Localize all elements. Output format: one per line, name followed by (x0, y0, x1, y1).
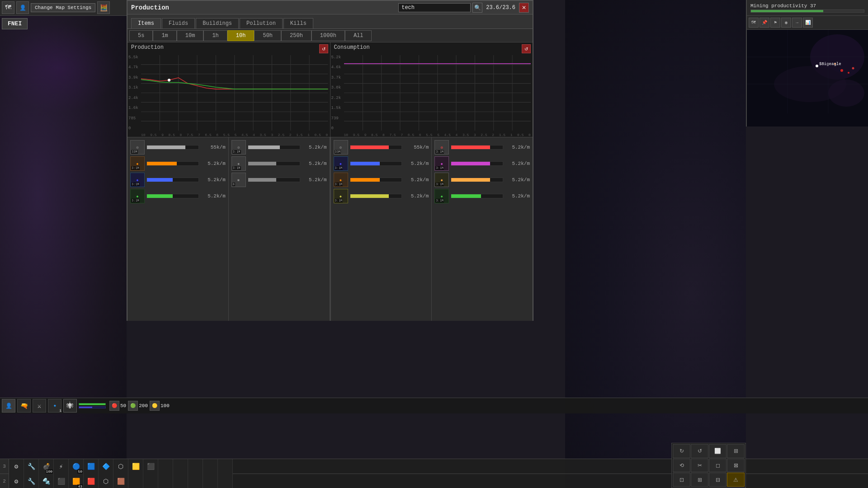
hotbar-slot[interactable]: ⬡ (99, 474, 113, 488)
hotbar-slot[interactable]: 💣100 (39, 459, 54, 474)
hotbar-slot[interactable]: 🟨 (128, 459, 143, 474)
hotbar-slot[interactable] (173, 474, 188, 488)
time-1m[interactable]: 1m (153, 30, 176, 41)
hotbar-slot[interactable]: ⚙ (9, 459, 24, 474)
svg-point-38 (848, 72, 849, 74)
minimap-icon-flag[interactable]: ⚑ (770, 18, 780, 28)
production-item-4[interactable]: ◆ 3:1M 5.2k/m (130, 189, 226, 203)
tab-pollution[interactable]: Pollution (240, 18, 283, 28)
change-map-settings-button[interactable]: Change Map Settings (31, 3, 95, 12)
time-10m[interactable]: 10m (177, 30, 204, 41)
search-input[interactable] (398, 3, 471, 12)
tool-undo[interactable]: ⟲ (673, 459, 690, 473)
consumption-item2-4[interactable]: ◆ 3:1M 5.2k/m (434, 189, 530, 203)
minimap-icon-arrow[interactable]: → (792, 18, 802, 28)
hotbar-slot[interactable]: 🟦 (84, 459, 99, 474)
time-10h[interactable]: 10h (227, 30, 255, 41)
production-item-2[interactable]: ◆ 3:1M 5.2k/m (130, 156, 226, 171)
time-all[interactable]: All (345, 30, 372, 41)
tool-rotate-ccw[interactable]: ↺ (691, 444, 708, 458)
hotbar-slot[interactable]: 🔩 (39, 474, 54, 488)
minimap-icon-circle[interactable]: ◉ (781, 18, 791, 28)
hotbar-slot[interactable]: ⬛ (143, 459, 158, 474)
hotbar-slot[interactable]: 🟫 (113, 474, 128, 488)
svg-text:$Bigeagle: $Bigeagle (819, 62, 841, 66)
coord-display: 23.6/23.6 (486, 5, 515, 11)
y-label: 4.6k (331, 65, 341, 70)
hotbar-slot[interactable]: ⚡ (54, 459, 69, 474)
time-250h[interactable]: 250h (281, 30, 311, 41)
consumption-item2-2[interactable]: ◆ 3:1M 5.2k/m (434, 156, 530, 171)
spider-vehicle[interactable]: 🕷 (63, 399, 77, 413)
y-label: 1.6k (128, 106, 138, 110)
tab-buildings[interactable]: Buildings (196, 18, 239, 28)
consumption-item-3[interactable]: ◆ 3:1M 5.2k/m (334, 173, 429, 187)
tool-grid[interactable]: ⊠ (727, 459, 745, 473)
search-button[interactable]: 🔍 (472, 3, 482, 13)
y-label: 3.1k (128, 85, 138, 90)
consumption-item2-3[interactable]: ◆ 3:1M 5.2k/m (434, 173, 530, 187)
hotbar-slot[interactable]: 🟥 (84, 474, 99, 488)
production-chart-reset[interactable]: ↺ (319, 44, 328, 53)
hotbar-slot[interactable]: 🔧 (24, 459, 39, 474)
hotbar-slot[interactable] (188, 474, 203, 488)
hotbar-slot[interactable]: 🔵50 (69, 459, 84, 474)
hotbar-slot[interactable]: 🔷 (99, 459, 113, 474)
hotbar-slot[interactable] (128, 474, 143, 488)
hotbar-slot[interactable]: ⬛ (54, 474, 69, 488)
hotbar-slot[interactable] (158, 474, 173, 488)
close-button[interactable]: ✕ (519, 3, 529, 13)
svg-point-36 (828, 80, 864, 107)
production-item2-1[interactable]: ⚙ 3:1M 5.2k/m (231, 140, 327, 155)
hotbar-slot[interactable] (218, 459, 233, 474)
hotbar-slot[interactable] (158, 459, 173, 474)
production-item2-3[interactable]: ■ 8 5.2k/m (231, 173, 327, 187)
time-1000h[interactable]: 1000h (311, 30, 345, 41)
minimap-svg: $Bigeagle (747, 30, 868, 113)
tool-grid2[interactable]: ⊡ (673, 473, 690, 487)
tool-grid3[interactable]: ⊞ (691, 473, 708, 487)
time-5s[interactable]: 5s (129, 30, 153, 41)
hotbar-slot[interactable] (218, 474, 233, 488)
time-50h[interactable]: 50h (254, 30, 281, 41)
resource-count-2: 🟢 200 (128, 401, 148, 411)
consumption-item-2[interactable]: ◆ 3:1M 5.2k/m (334, 156, 429, 171)
production-item-3[interactable]: ◆ 3:1M 5.2k/m (130, 173, 226, 187)
tool-grid4[interactable]: ⊟ (709, 473, 726, 487)
resource-count-bullets: 🔴 50 (109, 401, 126, 411)
fnei-button[interactable]: FNEI (2, 18, 28, 29)
tool-select[interactable]: ⬜ (709, 444, 726, 458)
tab-items[interactable]: Items (131, 18, 161, 28)
time-1h[interactable]: 1h (203, 30, 227, 41)
production-item-1[interactable]: ⚙ 33M 55k/m (130, 140, 226, 155)
y-label: 2.4k (128, 96, 138, 100)
hotbar-slot[interactable] (203, 474, 218, 488)
consumption-item-4[interactable]: ◆ 3:1M 5.2k/m (334, 189, 429, 203)
tool-select2[interactable]: ◻ (709, 459, 726, 473)
svg-point-39 (852, 67, 854, 70)
tool-rotate-cw[interactable]: ↻ (673, 444, 690, 458)
production-item2-2[interactable]: ◆ 3:1M 5.2k/m (231, 156, 327, 171)
weapon-slot-1[interactable]: 🔫 (17, 399, 31, 413)
tool-cut[interactable]: ✂ (691, 459, 708, 473)
minimap-icon-map[interactable]: 🗺 (749, 18, 759, 28)
consumption-chart-reset[interactable]: ↺ (522, 44, 531, 53)
hotbar-slot[interactable]: 🟧43 (69, 474, 84, 488)
hotbar-slot[interactable]: ⬡ (113, 459, 128, 474)
calculator-icon[interactable]: 🧮 (97, 1, 110, 14)
hotbar-slot[interactable] (173, 459, 188, 474)
hotbar-slot[interactable] (143, 474, 158, 488)
weapon-slot-2[interactable]: ⚔ (33, 399, 46, 413)
hotbar-slot[interactable] (203, 459, 218, 474)
hotbar-slot[interactable]: 🔧 (24, 474, 39, 488)
tab-kills[interactable]: Kills (283, 18, 313, 28)
hotbar-slot[interactable] (188, 459, 203, 474)
hotbar-slot[interactable]: ⚙ (9, 474, 24, 488)
consumption-item-1[interactable]: ⚙ 33M 55k/m (334, 140, 429, 155)
consumption-item2-1[interactable]: ⚙ 3:1M 5.2k/m (434, 140, 530, 155)
tool-warning[interactable]: ⚠ (727, 473, 745, 487)
tool-copy[interactable]: ⊞ (727, 444, 745, 458)
tab-fluids[interactable]: Fluids (162, 18, 195, 28)
minimap-icon-chart[interactable]: 📊 (803, 18, 813, 28)
minimap-icon-pins[interactable]: 📌 (760, 18, 769, 28)
